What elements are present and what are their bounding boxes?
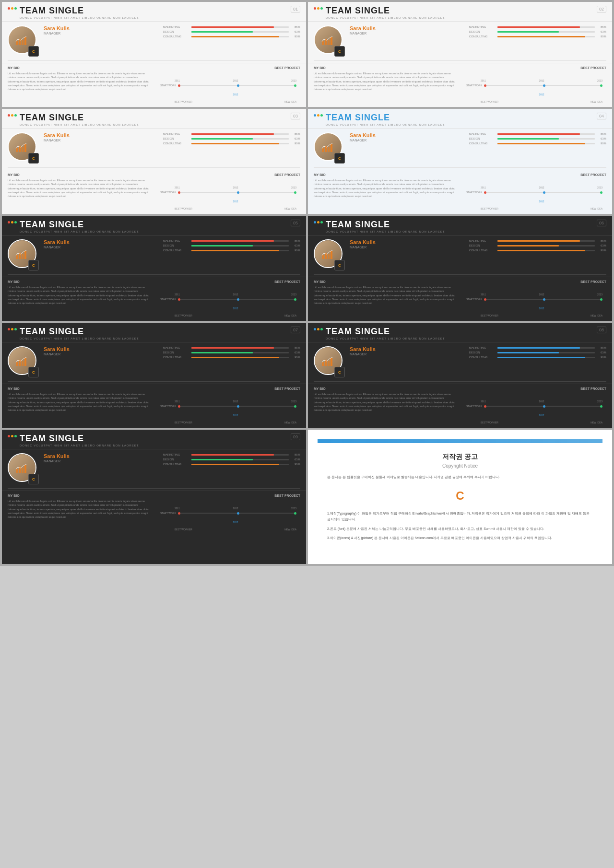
timeline-line — [178, 192, 296, 193]
skill-bar-fill — [497, 240, 580, 242]
timeline-dot-mid — [237, 298, 239, 301]
svg-rect-4 — [322, 41, 324, 45]
timeline-year: 2013 — [291, 507, 296, 510]
skill-bar-bg — [497, 250, 595, 251]
skill-bar-bg — [191, 240, 289, 242]
yellow-dot — [11, 435, 13, 437]
red-dot — [8, 435, 10, 437]
slide-header: TEAM SINGLE DONEC VOLUTPAT NIBH SIT AMET… — [308, 2, 612, 22]
timeline-bottom-label: NEW IDEA — [284, 528, 296, 531]
slide-title-block: TEAM SINGLE DONEC VOLUTPAT NIBH SIT AMET… — [20, 434, 140, 447]
profile-name: Sara Kulis — [44, 25, 158, 31]
timeline-year: 2011 — [175, 507, 180, 510]
bio-text: Lid est laborum dolo rumes fugats untras… — [8, 178, 152, 198]
separator — [314, 274, 606, 275]
avatar-badge: C — [334, 153, 345, 164]
timeline-line — [484, 192, 602, 193]
skill-bar-bg — [497, 133, 595, 135]
skills-section: MARKETING 85% DESIGN 63% CONSULTING 90% — [469, 132, 606, 147]
skill-bar-fill — [497, 347, 580, 349]
start-work-label: START WORK — [466, 84, 482, 87]
bio-section: MY BIO Lid est laborum dolo rumes fugats… — [314, 66, 458, 103]
timeline-bottom-year: 2012 — [233, 414, 238, 417]
dots-icon — [8, 435, 17, 437]
timeline-wrapper: 201120122013 START WORK — [466, 400, 602, 424]
skill-bar-fill — [191, 464, 279, 465]
skill-percent: 63% — [291, 30, 300, 33]
team-single-slide-1: TEAM SINGLE DONEC VOLUTPAT NIBH SIT AMET… — [2, 2, 306, 107]
profile-name: Sara Kulis — [44, 346, 158, 352]
profile-role: MANAGER — [44, 352, 158, 356]
timeline-bottom-year: 2012 — [539, 307, 544, 310]
avatar-container: C — [8, 239, 39, 270]
timeline-section: BEST PROJECT 201120122013 START WORK — [156, 387, 300, 424]
skill-row-consulting: CONSULTING 90% — [163, 35, 300, 38]
slide-title-area: TEAM SINGLE DONEC VOLUTPAT NIBH SIT AMET… — [314, 113, 446, 126]
avatar-chart-icon — [15, 462, 29, 474]
svg-rect-12 — [322, 148, 324, 152]
skill-row-consulting: CONSULTING 90% — [163, 463, 300, 466]
svg-rect-11 — [24, 144, 26, 152]
skills-section: MARKETING 85% DESIGN 63% CONSULTING 90% — [469, 239, 606, 254]
skill-row-consulting: CONSULTING 90% — [469, 142, 606, 145]
timeline-bottom-label: BEST WORKER — [175, 528, 192, 531]
timeline-year: 2013 — [291, 400, 296, 403]
svg-rect-27 — [24, 358, 26, 366]
blue-dot — [314, 114, 316, 117]
skills-section: MARKETING 85% DESIGN 63% CONSULTING 90% — [163, 346, 300, 361]
green-dot — [320, 328, 323, 330]
slide-title: TEAM SINGLE — [326, 6, 446, 16]
skill-percent: 90% — [597, 142, 606, 145]
svg-rect-28 — [322, 362, 324, 366]
team-single-slide-2: TEAM SINGLE DONEC VOLUTPAT NIBH SIT AMET… — [308, 2, 612, 107]
skill-percent: 63% — [291, 137, 300, 140]
slide-title-block: TEAM SINGLE DONEC VOLUTPAT NIBH SIT AMET… — [326, 113, 446, 126]
timeline-bottom-year: 2012 — [233, 200, 238, 203]
skill-bar-fill — [497, 352, 559, 353]
best-project-label: BEST PROJECT — [156, 173, 300, 176]
skill-bar-bg — [497, 240, 595, 242]
slide-header: TEAM SINGLE DONEC VOLUTPAT NIBH SIT AMET… — [308, 109, 612, 129]
timeline-bottom-label: NEW IDEA — [590, 421, 602, 424]
svg-rect-3 — [24, 37, 26, 45]
timeline-container: 201120122013 START WORK — [466, 400, 602, 424]
green-dot — [14, 7, 17, 10]
skill-percent: 90% — [291, 356, 300, 359]
yellow-dot — [11, 221, 13, 223]
avatar-chart-icon — [321, 355, 335, 367]
profile-info: Sara Kulis MANAGER — [44, 239, 158, 252]
svg-rect-35 — [24, 465, 26, 473]
timeline-container: 201120122013 START WORK — [466, 293, 602, 317]
skill-label: DESIGN — [163, 30, 189, 33]
best-project-label: BEST PROJECT — [462, 387, 606, 390]
green-dot — [320, 221, 323, 223]
timeline-years: 201120122013 — [175, 507, 296, 510]
skill-bar-bg — [497, 36, 595, 37]
content-section: MY BIO Lid est laborum dolo rumes fugats… — [308, 277, 612, 321]
skill-label: CONSULTING — [163, 356, 189, 359]
timeline-row: START WORK — [160, 405, 296, 408]
skill-bar-bg — [191, 245, 289, 246]
dots-icon — [8, 114, 17, 117]
skill-percent: 85% — [291, 346, 300, 349]
avatar-badge: C — [334, 46, 345, 57]
slide-title-area: TEAM SINGLE DONEC VOLUTPAT NIBH SIT AMET… — [314, 6, 446, 19]
dots-icon — [8, 221, 17, 223]
skill-percent: 85% — [291, 25, 300, 28]
timeline-bottom-label: BEST WORKER — [481, 314, 498, 317]
slide-title: TEAM SINGLE — [326, 220, 446, 230]
timeline-line — [178, 85, 296, 86]
timeline-year: 2013 — [597, 400, 602, 403]
timeline-dot-start — [484, 191, 486, 194]
skill-bar-fill — [497, 26, 580, 28]
skill-percent: 90% — [291, 35, 300, 38]
skill-row-design: DESIGN 63% — [163, 30, 300, 33]
skill-percent: 85% — [291, 132, 300, 135]
timeline-dot-end — [600, 405, 602, 408]
timeline-line — [484, 406, 602, 407]
timeline-row: START WORK — [160, 512, 296, 515]
svg-rect-26 — [22, 361, 24, 366]
timeline-bottom-year: 2012 — [233, 93, 238, 96]
separator — [314, 167, 606, 168]
timeline-row: START WORK — [466, 84, 602, 87]
